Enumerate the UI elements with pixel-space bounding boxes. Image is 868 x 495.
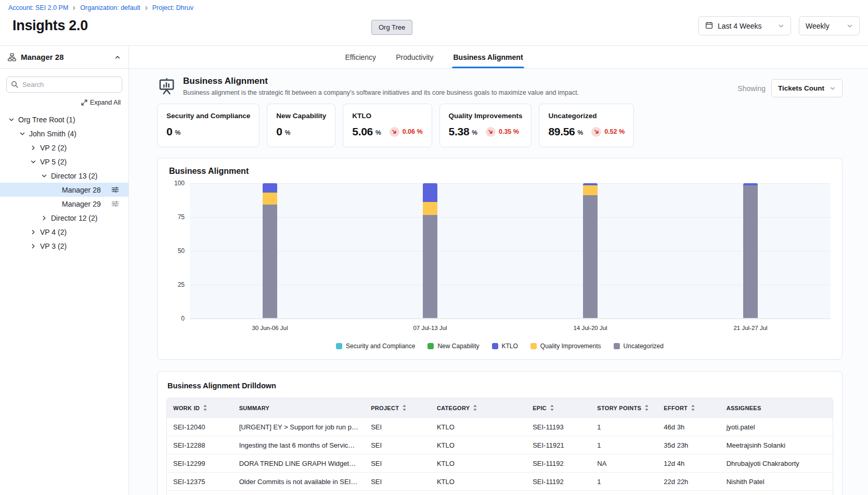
trend-value: 0.06 % [403,128,423,135]
chevron-down-icon[interactable] [7,116,16,124]
table-cell: KTLO [431,491,526,495]
table-cell: SEI-12299 [167,454,233,473]
y-tick-label: 0 [181,315,185,322]
showing-label: Showing [737,84,766,93]
stacked-bar-14-jul-20-jul[interactable] [583,183,598,318]
tab-efficiency[interactable]: Efficiency [344,46,377,68]
tree-item-label: VP 3 (2) [40,242,67,250]
legend-item-ktlo[interactable]: KTLO [492,342,518,350]
table-cell: KTLO [431,454,526,473]
table-cell: SEI [365,473,431,491]
y-tick-label: 75 [178,213,185,221]
chart-title: Business Alignment [169,167,831,176]
table-cell: 16d 6h [657,491,720,495]
legend-label: KTLO [502,342,518,350]
legend-swatch [427,343,434,349]
trend-down-arrow-icon [486,127,496,137]
tree-item-director-13-2[interactable]: Director 13 (2) [0,169,128,183]
tab-productivity[interactable]: Productivity [395,46,434,68]
legend-item-security-and-compliance[interactable]: Security and Compliance [336,342,415,350]
tree-item-label: Director 12 (2) [51,214,97,222]
table-row[interactable]: SEI-12040[URGENT] EY > Support for job r… [167,418,833,436]
tree-item-label: Director 13 (2) [51,172,97,180]
bar-segment-uncategorized [423,215,437,318]
org-tree: Org Tree Root (1)John Smith (4)VP 2 (2)V… [0,109,128,253]
column-header-epic[interactable]: EPIC [526,398,591,418]
legend-label: Security and Compliance [346,342,415,350]
column-header-summary: SUMMARY [233,398,365,418]
filter-sliders-icon[interactable] [111,200,119,208]
tree-item-director-12-2[interactable]: Director 12 (2) [0,211,128,225]
column-header-effort[interactable]: EFFORT [657,398,720,418]
tree-item-manager-28[interactable]: Manager 28 [0,183,128,197]
table-cell: KTLO [431,473,526,491]
chevron-right-icon[interactable] [29,228,37,236]
column-header-label: STORY POINTS [597,405,641,411]
showing-select[interactable]: Tickets Count [771,79,843,97]
tree-item-vp-4-2[interactable]: VP 4 (2) [0,225,128,239]
table-cell: SEI [365,491,431,495]
org-tree-button[interactable]: Org Tree [371,20,412,35]
metric-value: 5.38 [449,125,470,138]
tree-item-manager-29[interactable]: Manager 29 [0,197,128,211]
table-row[interactable]: SEI-12395EY > Verify if ingestion is wor… [167,491,833,495]
search-input[interactable] [6,77,122,93]
content-area: Business Alignment Business alignment is… [129,69,868,495]
stacked-bar-21-jul-27-jul[interactable] [743,183,758,318]
chevron-right-icon[interactable] [29,144,37,152]
y-tick-label: 50 [178,247,185,255]
tab-bar: Efficiency Productivity Business Alignme… [129,46,868,69]
breadcrumb-project[interactable]: Project: Dhruv [152,4,193,11]
chevron-down-icon[interactable] [40,172,48,180]
table-cell: Older Commits is not available in SEI - … [233,473,365,491]
date-range-select[interactable]: Last 4 Weeks [698,16,791,35]
table-cell: SEI-11921 [526,436,591,454]
table-row[interactable]: SEI-12375Older Commits is not available … [167,473,833,491]
table-cell: 46d 3h [657,418,720,436]
column-header-label: CATEGORY [437,405,470,411]
table-row[interactable]: SEI-12288Ingesting the last 6 months of … [167,436,833,454]
legend-item-quality-improvements[interactable]: Quality Improvements [530,342,601,350]
chevron-right-icon[interactable] [40,214,48,222]
table-cell: SEI [365,454,431,473]
legend-label: New Capability [437,342,479,350]
legend-item-new-capability[interactable]: New Capability [427,342,479,350]
stacked-bar-30-jun-06-jul[interactable] [263,183,277,318]
chevron-down-icon [778,23,784,29]
tree-item-vp-3-2[interactable]: VP 3 (2) [0,239,128,253]
table-cell: Dhrubajyoti Chakraborty [720,454,833,473]
expand-all-button[interactable]: Expand All [0,94,128,109]
table-row[interactable]: SEI-12299DORA TREND LINE GRAPH Widgets i… [167,454,833,473]
collapse-sidebar-icon[interactable] [114,54,121,60]
chevron-down-icon[interactable] [29,158,37,166]
metric-unit: % [175,129,180,136]
breadcrumb-account[interactable]: Account: SEI 2.0 PM [8,4,68,11]
tree-item-vp-2-2[interactable]: VP 2 (2) [0,141,128,155]
tree-item-vp-5-2[interactable]: VP 5 (2) [0,155,128,169]
table-cell: 22d 22h [657,473,720,491]
tab-business-alignment[interactable]: Business Alignment [452,46,524,68]
table-cell: Nishith Patel [720,473,833,491]
column-header-work-id[interactable]: WORK ID [167,398,233,418]
column-header-project[interactable]: PROJECT [365,398,431,418]
chevron-down-icon [830,85,836,92]
table-cell: 1 [591,436,657,454]
legend-item-uncategorized[interactable]: Uncategorized [614,342,664,350]
chevron-right-icon[interactable] [29,242,37,250]
table-cell: 12d 4h [657,454,720,473]
gridline [190,183,831,184]
trend-value: 0.52 % [604,128,625,135]
granularity-select[interactable]: Weekly [799,16,860,35]
column-header-story-points[interactable]: STORY POINTS [591,398,657,418]
breadcrumb-organization[interactable]: Organization: default [80,4,140,11]
chevron-down-icon[interactable] [18,130,27,138]
tree-item-org-tree-root-1[interactable]: Org Tree Root (1) [0,112,128,126]
date-range-value: Last 4 Weeks [718,22,762,30]
stacked-bar-07-jul-13-jul[interactable] [423,183,437,318]
filter-sliders-icon[interactable] [111,186,119,194]
column-header-category[interactable]: CATEGORY [431,398,526,418]
table-cell: 1 [591,418,657,436]
tree-item-john-smith-4[interactable]: John Smith (4) [0,126,128,141]
metric-value: 89.56 [548,125,575,138]
breadcrumb: Account: SEI 2.0 PM Organization: defaul… [8,4,860,11]
